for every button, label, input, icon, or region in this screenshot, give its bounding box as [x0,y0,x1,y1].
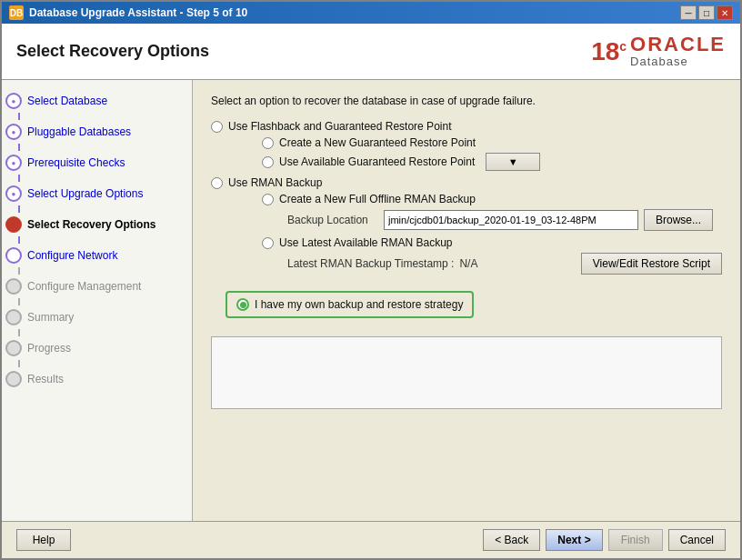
timestamp-row: Latest RMAN Backup Timestamp : N/A View/… [287,253,722,275]
connector-7 [18,298,20,305]
content-description: Select an option to recover the database… [211,95,722,107]
sidebar-label-select-database[interactable]: Select Database [27,95,107,107]
maximize-button[interactable]: □ [698,5,715,20]
main-window: DB Database Upgrade Assistant - Step 5 o… [0,0,742,560]
sidebar-item-results: Results [2,367,192,391]
browse-button[interactable]: Browse... [644,209,713,231]
step-indicator-configure-network [5,247,22,264]
create-full-rman-label: Create a New Full Offline RMAN Backup [279,193,476,205]
sidebar-label-select-upgrade-options[interactable]: Select Upgrade Options [27,187,143,200]
content-area: Select an option to recover the database… [193,80,740,521]
next-button[interactable]: Next > [546,529,602,551]
cancel-button[interactable]: Cancel [668,529,726,551]
notes-textarea-box [211,336,722,409]
step-indicator-select-upgrade-options [5,185,22,202]
latest-rman-label: Latest RMAN Backup Timestamp : [287,257,454,270]
create-full-rman-radio[interactable] [262,194,274,205]
sidebar-item-select-upgrade-options[interactable]: Select Upgrade Options [2,182,192,205]
guaranteed-restore-dropdown[interactable]: ▼ [486,153,540,171]
use-available-label: Use Available Guaranteed Restore Point [279,155,475,168]
notes-textarea[interactable] [212,337,721,408]
oracle-brand: ORACLE [630,35,726,55]
sidebar-label-progress: Progress [27,342,71,355]
connector-8 [18,329,20,336]
own-backup-section: I have my own backup and restore strateg… [211,284,722,318]
oracle-logo: 18c ORACLE Database [591,35,726,68]
sidebar-label-summary: Summary [27,311,74,324]
sidebar: Select Database Pluggable Databases Prer… [2,80,193,521]
flashback-label: Use Flashback and Guaranteed Restore Poi… [228,120,451,133]
sidebar-item-configure-network[interactable]: Configure Network [2,244,192,267]
oracle-text: ORACLE Database [630,35,726,68]
own-backup-label: I have my own backup and restore strateg… [255,298,463,311]
create-guaranteed-label: Create a New Guaranteed Restore Point [279,136,476,149]
step-indicator-select-recovery-options [5,216,22,233]
view-edit-restore-button[interactable]: View/Edit Restore Script [581,253,722,275]
create-guaranteed-radio[interactable] [262,137,274,149]
finish-button: Finish [608,529,663,551]
close-button[interactable]: ✕ [717,5,733,20]
flashback-radio[interactable] [211,121,223,133]
window-title: Database Upgrade Assistant - Step 5 of 1… [29,6,247,19]
sidebar-item-select-recovery-options[interactable]: Select Recovery Options [2,213,192,236]
page-header: Select Recovery Options 18c ORACLE Datab… [2,24,740,80]
own-backup-selected-box: I have my own backup and restore strateg… [226,291,474,318]
connector-1 [18,113,20,120]
back-button[interactable]: < Back [483,529,540,551]
window-controls: ─ □ ✕ [680,5,733,20]
backup-location-label: Backup Location [287,214,378,226]
connector-9 [18,360,20,367]
rman-sub-options: Create a New Full Offline RMAN Backup Ba… [233,193,722,275]
connector-4 [18,205,20,213]
sidebar-item-configure-management: Configure Management [2,275,192,298]
rman-label: Use RMAN Backup [228,176,322,189]
create-guaranteed-option[interactable]: Create a New Guaranteed Restore Point [262,136,722,149]
step-indicator-results [5,371,22,387]
backup-location-input[interactable] [384,210,638,230]
connector-6 [18,267,20,275]
sidebar-label-configure-management: Configure Management [27,280,141,293]
rman-radio[interactable] [211,177,223,189]
sidebar-item-summary: Summary [2,305,192,329]
flashback-sub-options: Create a New Guaranteed Restore Point Us… [233,136,722,171]
step-indicator-configure-management [5,278,22,295]
backup-location-row: Backup Location Browse... [287,209,722,231]
sidebar-item-prerequisite-checks[interactable]: Prerequisite Checks [2,151,192,175]
title-bar: DB Database Upgrade Assistant - Step 5 o… [2,2,740,24]
use-latest-rman-option[interactable]: Use Latest Available RMAN Backup [262,236,722,249]
step-indicator-summary [5,309,22,325]
own-backup-radio-indicator [236,298,249,311]
connector-3 [18,175,20,182]
sidebar-item-select-database[interactable]: Select Database [2,89,192,113]
latest-rman-value: N/A [459,257,477,270]
rman-radio-option[interactable]: Use RMAN Backup [211,176,722,189]
oracle-version: 18c [591,39,627,65]
flashback-radio-option[interactable]: Use Flashback and Guaranteed Restore Poi… [211,120,722,133]
sidebar-item-progress: Progress [2,336,192,360]
connector-5 [18,236,20,244]
use-available-radio[interactable] [262,156,274,168]
sidebar-label-pluggable-databases[interactable]: Pluggable Databases [27,125,131,138]
flashback-option-group: Use Flashback and Guaranteed Restore Poi… [211,120,722,171]
use-latest-rman-radio[interactable] [262,237,274,249]
page-title: Select Recovery Options [16,42,209,61]
minimize-button[interactable]: ─ [680,5,697,20]
sidebar-label-results: Results [27,373,64,385]
footer-nav-buttons: < Back Next > Finish Cancel [483,529,726,551]
title-bar-left: DB Database Upgrade Assistant - Step 5 o… [9,5,247,20]
step-indicator-prerequisite-checks [5,155,22,171]
step-indicator-pluggable-databases [5,124,22,140]
sidebar-item-pluggable-databases[interactable]: Pluggable Databases [2,120,192,144]
rman-option-group: Use RMAN Backup Create a New Full Offlin… [211,176,722,275]
help-button[interactable]: Help [16,529,71,551]
footer: Help < Back Next > Finish Cancel [2,521,740,558]
use-available-option[interactable]: Use Available Guaranteed Restore Point ▼ [262,153,722,171]
step-indicator-select-database [5,93,22,109]
sidebar-label-prerequisite-checks[interactable]: Prerequisite Checks [27,156,125,169]
sidebar-label-configure-network[interactable]: Configure Network [27,249,117,262]
create-full-rman-option[interactable]: Create a New Full Offline RMAN Backup [262,193,722,205]
main-content: Select Database Pluggable Databases Prer… [2,80,740,521]
step-indicator-progress [5,340,22,356]
sidebar-label-select-recovery-options: Select Recovery Options [27,218,155,231]
oracle-product: Database [630,55,688,68]
